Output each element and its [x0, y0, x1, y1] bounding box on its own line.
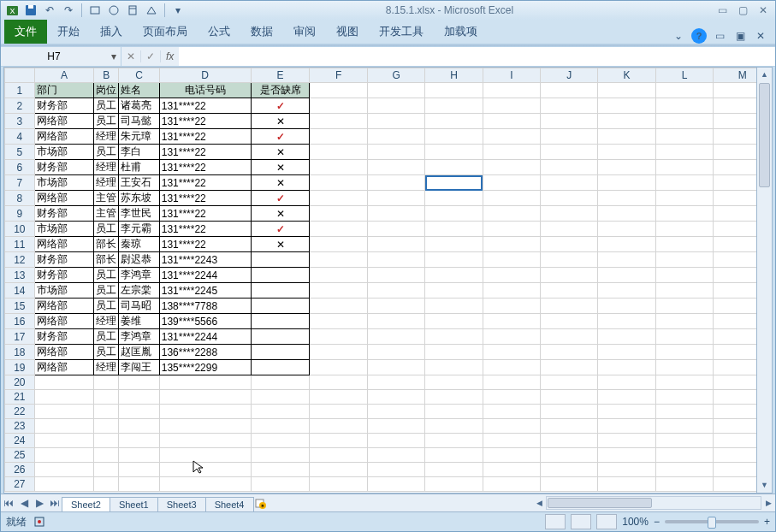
- cell-I23[interactable]: [483, 419, 540, 434]
- cell-E23[interactable]: [251, 419, 310, 434]
- cell-F23[interactable]: [310, 419, 367, 434]
- row-header-16[interactable]: 16: [5, 314, 35, 329]
- cell-E24[interactable]: [251, 434, 310, 448]
- cell-A16[interactable]: 网络部: [34, 314, 94, 329]
- row-header-21[interactable]: 21: [5, 390, 35, 405]
- cell-H27[interactable]: [425, 477, 483, 492]
- cell-G2[interactable]: [367, 98, 425, 114]
- redo-icon[interactable]: ↷: [61, 3, 76, 18]
- cell-D26[interactable]: [159, 463, 251, 477]
- cell-D17[interactable]: 131****2244: [159, 329, 251, 345]
- cell-B12[interactable]: 部长: [94, 252, 119, 268]
- cell-G8[interactable]: [367, 191, 425, 206]
- cell-K18[interactable]: [598, 345, 655, 360]
- cell-A14[interactable]: 市场部: [34, 283, 94, 299]
- cell-E9[interactable]: ✕: [251, 206, 310, 222]
- cell-L9[interactable]: [655, 206, 713, 222]
- cell-B4[interactable]: 经理: [94, 129, 119, 145]
- col-header-H[interactable]: H: [425, 68, 483, 83]
- row-header-26[interactable]: 26: [5, 463, 35, 477]
- row-header-23[interactable]: 23: [5, 419, 35, 434]
- cell-L8[interactable]: [655, 191, 713, 206]
- cell-I3[interactable]: [483, 114, 540, 129]
- qat-icon-1[interactable]: [87, 3, 103, 18]
- cell-H2[interactable]: [425, 98, 483, 114]
- cell-G19[interactable]: [367, 360, 425, 375]
- row-header-12[interactable]: 12: [5, 252, 35, 268]
- cell-E25[interactable]: [251, 448, 310, 463]
- cell-I21[interactable]: [483, 390, 540, 405]
- cell-J2[interactable]: [541, 98, 598, 114]
- cell-I16[interactable]: [483, 314, 540, 329]
- cell-E13[interactable]: [251, 268, 310, 283]
- cell-K1[interactable]: [598, 83, 655, 98]
- cell-G17[interactable]: [367, 329, 425, 345]
- cell-L12[interactable]: [655, 252, 713, 268]
- cell-L23[interactable]: [655, 419, 713, 434]
- row-header-15[interactable]: 15: [5, 299, 35, 314]
- cell-H16[interactable]: [425, 314, 483, 329]
- undo-icon[interactable]: ↶: [42, 3, 57, 18]
- tab-nav-last-icon[interactable]: ⏭: [47, 497, 62, 509]
- cell-F9[interactable]: [310, 206, 367, 222]
- close-icon[interactable]: ✕: [755, 4, 772, 16]
- cell-D22[interactable]: [159, 405, 251, 419]
- cell-D20[interactable]: [159, 375, 251, 390]
- cell-C7[interactable]: 王安石: [119, 175, 159, 191]
- zoom-slider[interactable]: [665, 520, 759, 523]
- cell-J26[interactable]: [541, 463, 598, 477]
- cell-G27[interactable]: [367, 477, 425, 492]
- cell-A9[interactable]: 财务部: [34, 206, 94, 222]
- cell-J11[interactable]: [541, 237, 598, 252]
- sheet-tab-sheet2[interactable]: Sheet2: [62, 497, 110, 511]
- cell-C9[interactable]: 李世民: [119, 206, 159, 222]
- cell-G15[interactable]: [367, 299, 425, 314]
- cell-B13[interactable]: 员工: [94, 268, 119, 283]
- cell-K17[interactable]: [598, 329, 655, 345]
- cell-F19[interactable]: [310, 360, 367, 375]
- cell-C17[interactable]: 李鸿章: [119, 329, 159, 345]
- hscroll-left-icon[interactable]: ◀: [532, 499, 546, 507]
- cell-I4[interactable]: [483, 129, 540, 145]
- cell-G22[interactable]: [367, 405, 425, 419]
- cell-B23[interactable]: [94, 419, 119, 434]
- cell-A3[interactable]: 网络部: [34, 114, 94, 129]
- cell-D12[interactable]: 131****2243: [159, 252, 251, 268]
- cell-L6[interactable]: [655, 160, 713, 175]
- cell-G25[interactable]: [367, 448, 425, 463]
- cell-D5[interactable]: 131****22: [159, 145, 251, 160]
- cell-E27[interactable]: [251, 477, 310, 492]
- tab-page-layout[interactable]: 页面布局: [133, 20, 198, 44]
- cell-H3[interactable]: [425, 114, 483, 129]
- cell-J1[interactable]: [541, 83, 598, 98]
- cell-C25[interactable]: [119, 448, 159, 463]
- cell-E11[interactable]: ✕: [251, 237, 310, 252]
- col-header-B[interactable]: B: [94, 68, 119, 83]
- cell-J27[interactable]: [541, 477, 598, 492]
- cell-B14[interactable]: 员工: [94, 283, 119, 299]
- cell-D13[interactable]: 131****2244: [159, 268, 251, 283]
- cell-L26[interactable]: [655, 463, 713, 477]
- zoom-out-icon[interactable]: −: [654, 516, 660, 528]
- sheet-tab-sheet1[interactable]: Sheet1: [110, 497, 158, 511]
- cell-B3[interactable]: 员工: [94, 114, 119, 129]
- row-header-24[interactable]: 24: [5, 434, 35, 448]
- row-header-1[interactable]: 1: [5, 83, 35, 98]
- cell-C1[interactable]: 姓名: [119, 83, 159, 98]
- cell-A11[interactable]: 网络部: [34, 237, 94, 252]
- formula-input[interactable]: [179, 47, 775, 66]
- cell-E2[interactable]: ✓: [251, 98, 310, 114]
- cell-H11[interactable]: [425, 237, 483, 252]
- cell-I24[interactable]: [483, 434, 540, 448]
- cell-A5[interactable]: 市场部: [34, 145, 94, 160]
- row-header-14[interactable]: 14: [5, 283, 35, 299]
- cell-F27[interactable]: [310, 477, 367, 492]
- cell-J16[interactable]: [541, 314, 598, 329]
- cell-B7[interactable]: 经理: [94, 175, 119, 191]
- cell-G5[interactable]: [367, 145, 425, 160]
- cell-I10[interactable]: [483, 222, 540, 237]
- cell-H25[interactable]: [425, 448, 483, 463]
- cell-L5[interactable]: [655, 145, 713, 160]
- cell-F8[interactable]: [310, 191, 367, 206]
- cell-A21[interactable]: [34, 390, 94, 405]
